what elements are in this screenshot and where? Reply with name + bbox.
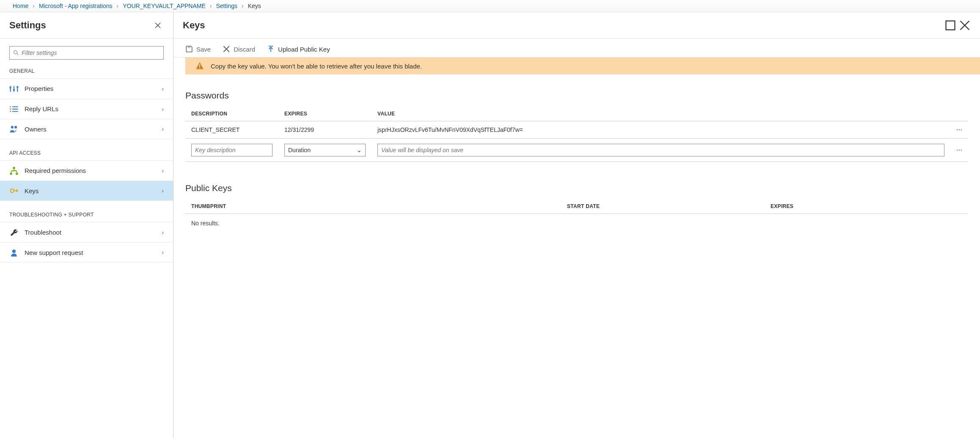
chevron-right-icon: › (162, 187, 164, 194)
chevron-down-icon: ⌄ (357, 147, 362, 153)
public-keys-no-results: No results. (185, 214, 968, 232)
upload-label: Upload Public Key (278, 46, 330, 53)
new-key-duration-select[interactable]: Duration ⌄ (284, 144, 366, 156)
section-general: GENERAL (0, 68, 173, 78)
warning-text: Copy the key value. You won't be able to… (211, 63, 422, 70)
passwords-table: DESCRIPTION EXPIRES VALUE CLIENT_SECRET … (185, 107, 968, 162)
nav-owners[interactable]: Owners › (0, 119, 173, 139)
chevron-right-icon: › (162, 249, 164, 256)
passwords-row: CLIENT_SECRET 12/31/2299 jsprHJxsORzvLFv… (185, 121, 968, 139)
breadcrumb-app[interactable]: YOUR_KEYVAULT_APPNAME (123, 3, 206, 9)
settings-title: Settings (9, 20, 149, 31)
svg-point-10 (11, 189, 14, 192)
chevron-right-icon: › (162, 229, 164, 236)
nav-required-permissions-label: Required permissions (25, 167, 162, 174)
warning-icon (195, 62, 204, 70)
section-api-access: API ACCESS (0, 150, 173, 160)
svg-line-1 (17, 54, 19, 55)
chevron-right-icon: › (210, 3, 212, 9)
chevron-right-icon: › (162, 106, 164, 112)
search-icon (13, 50, 19, 56)
close-icon[interactable] (959, 19, 971, 31)
save-label: Save (196, 46, 211, 53)
svg-point-5 (11, 126, 14, 129)
discard-icon (223, 45, 230, 53)
nav-new-support-request-label: New support request (25, 249, 162, 256)
key-icon (9, 186, 19, 195)
chevron-right-icon: › (162, 126, 164, 132)
row-menu-button[interactable]: ⋯ (950, 139, 968, 162)
svg-point-2 (10, 87, 11, 88)
nav-troubleshoot-label: Troubleshoot (25, 229, 162, 236)
col-thumbprint: THUMBPRINT (185, 199, 561, 214)
breadcrumb: Home › Microsoft - App registrations › Y… (0, 0, 980, 12)
chevron-right-icon: › (162, 85, 164, 92)
svg-point-6 (14, 126, 17, 129)
save-icon (185, 45, 193, 53)
maximize-icon[interactable] (944, 19, 956, 31)
nav-reply-urls[interactable]: Reply URLs › (0, 99, 173, 119)
chevron-right-icon: › (162, 167, 164, 174)
people-icon (9, 124, 19, 134)
discard-button[interactable]: Discard (223, 45, 255, 53)
passwords-heading: Passwords (185, 90, 968, 101)
breadcrumb-app-registrations[interactable]: Microsoft - App registrations (39, 3, 113, 9)
svg-point-7 (13, 167, 15, 169)
keys-title: Keys (183, 20, 942, 31)
row-value: jsprHJxsORzvLFv6Tu/MvNFnV09XdVqSfTELJaF0… (372, 121, 950, 139)
filter-settings-input[interactable] (22, 49, 160, 56)
svg-rect-14 (199, 64, 200, 67)
keys-blade: Keys Save Discard Upload Public Key (173, 12, 980, 438)
row-menu-button[interactable]: ⋯ (950, 121, 968, 139)
svg-point-4 (17, 86, 18, 88)
new-key-description-input[interactable] (191, 144, 273, 156)
col-description: DESCRIPTION (185, 107, 278, 121)
svg-rect-13 (188, 46, 191, 48)
duration-label: Duration (288, 147, 311, 153)
list-icon (9, 104, 19, 114)
close-icon[interactable] (152, 19, 164, 31)
warning-banner: Copy the key value. You won't be able to… (185, 57, 980, 74)
nav-reply-urls-label: Reply URLs (25, 105, 162, 112)
discard-label: Discard (234, 46, 255, 53)
chevron-right-icon: › (33, 3, 35, 9)
ellipsis-icon: ⋯ (956, 147, 962, 153)
svg-point-11 (12, 249, 16, 253)
svg-point-0 (14, 51, 17, 54)
nav-keys-label: Keys (25, 187, 162, 194)
support-icon (9, 248, 19, 257)
hierarchy-icon (9, 166, 19, 175)
nav-required-permissions[interactable]: Required permissions › (0, 160, 173, 181)
section-troubleshooting: TROUBLESHOOTING + SUPPORT (0, 212, 173, 222)
new-key-value-input (377, 144, 944, 156)
col-expires: EXPIRES (278, 107, 372, 121)
upload-public-key-button[interactable]: Upload Public Key (267, 45, 330, 53)
row-description: CLIENT_SECRET (185, 121, 278, 139)
nav-owners-label: Owners (25, 126, 162, 133)
ellipsis-icon: ⋯ (956, 126, 962, 133)
command-bar: Save Discard Upload Public Key (173, 38, 980, 57)
chevron-right-icon: › (242, 3, 244, 9)
sliders-icon (9, 84, 19, 93)
nav-troubleshoot[interactable]: Troubleshoot › (0, 222, 173, 242)
passwords-new-row: Duration ⌄ ⋯ (185, 139, 968, 162)
nav-properties-label: Properties (25, 85, 162, 92)
svg-point-8 (10, 172, 12, 175)
nav-keys[interactable]: Keys › (0, 181, 173, 201)
nav-new-support-request[interactable]: New support request › (0, 242, 173, 263)
svg-point-9 (16, 172, 18, 175)
settings-blade: Settings GENERAL Properties › (0, 12, 173, 438)
col-start-date: START DATE (561, 199, 765, 214)
chevron-right-icon: › (117, 3, 119, 9)
row-expires: 12/31/2299 (278, 121, 372, 139)
filter-settings-wrap[interactable] (9, 46, 164, 60)
svg-rect-15 (199, 68, 200, 68)
save-button[interactable]: Save (185, 45, 211, 53)
breadcrumb-home[interactable]: Home (13, 3, 28, 9)
breadcrumb-keys: Keys (248, 3, 261, 9)
nav-properties[interactable]: Properties › (0, 78, 173, 99)
col-expires: EXPIRES (765, 199, 968, 214)
upload-icon (267, 45, 275, 53)
svg-rect-12 (946, 21, 955, 30)
breadcrumb-settings[interactable]: Settings (216, 3, 237, 9)
